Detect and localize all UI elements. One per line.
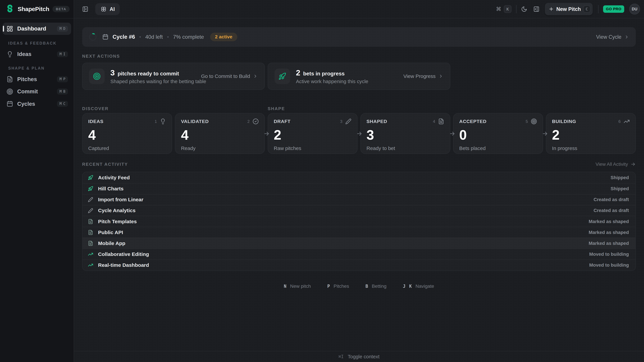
arrow-right-icon bbox=[449, 130, 456, 137]
arrow-right-icon bbox=[630, 162, 636, 167]
sidebar-item-commit[interactable]: Commit MB bbox=[2, 86, 71, 97]
discover-heading: DISCOVER bbox=[82, 106, 265, 111]
context-footer[interactable]: ⌘I Toggle context bbox=[74, 351, 644, 362]
trending-up-icon bbox=[624, 118, 630, 124]
toggle-context-label: Toggle context bbox=[348, 354, 379, 360]
k-key: K bbox=[504, 5, 512, 13]
action-title: bets in progress bbox=[303, 70, 345, 77]
action-text: 3 pitches ready to commit Shaped pitches… bbox=[110, 68, 206, 84]
file-text-icon bbox=[6, 76, 13, 82]
chevron-right-icon bbox=[253, 74, 258, 79]
activity-row[interactable]: Import from Linear Created as draft bbox=[82, 194, 636, 205]
c-key: C bbox=[583, 5, 590, 12]
ai-button[interactable]: AI bbox=[95, 3, 120, 15]
activity-row[interactable]: Real-time Dashboard Moved to building bbox=[82, 260, 636, 271]
sidebar-toggle-button[interactable] bbox=[82, 6, 88, 12]
file-text-icon bbox=[438, 118, 444, 124]
empty-cell bbox=[453, 63, 636, 90]
stage-card-shaped[interactable]: SHAPED 4 3 Ready to bet bbox=[360, 113, 450, 154]
main-area: AI ⌘ K New Pitch C bbox=[74, 0, 644, 362]
divider bbox=[598, 5, 598, 13]
arrow-right-icon bbox=[356, 130, 362, 137]
stage-card-validated[interactable]: VALIDATED 2 4 Ready bbox=[175, 113, 265, 154]
activity-row[interactable]: Activity Feed Shipped bbox=[82, 172, 636, 183]
stage-caption: In progress bbox=[552, 145, 630, 151]
hint-new-pitch: N New pitch bbox=[284, 284, 311, 289]
hint-pitches: P Pitches bbox=[327, 284, 349, 289]
shortcut-badge: MB bbox=[57, 88, 68, 94]
shortcut-badge: MD bbox=[57, 26, 68, 32]
sidebar-item-dashboard[interactable]: Dashboard MD bbox=[2, 23, 71, 35]
pipeline-group-labels: DISCOVER SHAPE bbox=[82, 106, 636, 111]
action-card-progress[interactable]: 2 bets in progress Active work happening… bbox=[268, 63, 450, 90]
go-to-commit-link[interactable]: Go to Commit to Build bbox=[201, 73, 258, 79]
app-logo bbox=[5, 4, 14, 13]
beta-badge: BETA bbox=[52, 6, 70, 12]
sidebar-item-label: Cycles bbox=[17, 101, 35, 107]
dot-separator bbox=[167, 36, 168, 37]
divider bbox=[516, 5, 516, 13]
active-indicator bbox=[3, 26, 4, 31]
go-pro-button[interactable]: GO PRO bbox=[603, 5, 624, 13]
calendar-icon bbox=[6, 100, 13, 107]
sidebar-nav: Dashboard MD IDEAS & FEEDBACK Ideas MI S… bbox=[0, 18, 74, 114]
sidebar-item-ideas[interactable]: Ideas MI bbox=[2, 48, 71, 60]
stage-card-ideas[interactable]: IDEAS 1 4 Captured bbox=[82, 113, 172, 154]
pipeline: IDEAS 1 4 Captured VALIDATED 2 4 Ready bbox=[82, 113, 636, 154]
action-subtitle: Shaped pitches waiting for the betting t… bbox=[110, 79, 206, 84]
action-subtitle: Active work happening this cycle bbox=[296, 79, 368, 84]
cycle-banner[interactable]: Cycle #6 40d left 7% complete 2 active V… bbox=[82, 27, 636, 47]
view-all-activity-link[interactable]: View All Activity bbox=[596, 162, 636, 167]
sidebar-item-cycles[interactable]: Cycles MC bbox=[2, 98, 71, 110]
stage-count: 4 bbox=[88, 128, 166, 142]
stage-card-draft[interactable]: DRAFT 3 2 Raw pitches bbox=[268, 113, 358, 154]
view-progress-link[interactable]: View Progress bbox=[403, 73, 443, 79]
cycle-days-left: 40d left bbox=[145, 34, 163, 40]
sidebar-header: ShapePitch BETA bbox=[0, 0, 74, 18]
activity-row[interactable]: Pitch Templates Marked as shaped bbox=[82, 216, 636, 227]
lightbulb-icon bbox=[6, 51, 13, 57]
activity-row[interactable]: Cycle Analytics Created as draft bbox=[82, 205, 636, 216]
lightbulb-icon bbox=[160, 118, 166, 124]
right-panel-toggle-button[interactable] bbox=[533, 6, 540, 12]
app-root: ShapePitch BETA Dashboard MD IDEAS & FEE… bbox=[0, 0, 644, 362]
shortcut-badge: MP bbox=[57, 76, 68, 82]
view-cycle-link[interactable]: View Cycle bbox=[596, 34, 629, 40]
file-text-icon bbox=[88, 241, 93, 246]
command-palette-shortcut[interactable]: ⌘ K bbox=[496, 5, 512, 13]
stage-count: 0 bbox=[459, 128, 537, 142]
stage-caption: Raw pitches bbox=[274, 145, 351, 151]
command-icon: ⌘ bbox=[496, 6, 501, 12]
stage-count: 2 bbox=[552, 128, 630, 142]
cycle-complete: 7% complete bbox=[173, 34, 204, 40]
panel-right-icon bbox=[533, 6, 540, 12]
activity-row[interactable]: Hill Charts Shipped bbox=[82, 183, 636, 194]
sidebar-item-label: Commit bbox=[17, 88, 38, 95]
dot-separator bbox=[140, 36, 141, 37]
target-icon bbox=[531, 118, 537, 124]
check-circle-icon bbox=[252, 118, 259, 124]
rocket-icon bbox=[278, 72, 286, 80]
stage-caption: Ready to bet bbox=[366, 145, 444, 151]
activity-row[interactable]: Collaborative Editing Moved to building bbox=[82, 249, 636, 259]
topbar: AI ⌘ K New Pitch C bbox=[74, 0, 644, 18]
active-count-badge: 2 active bbox=[210, 33, 237, 41]
stage-card-building[interactable]: BUILDING 6 2 In progress bbox=[546, 113, 636, 154]
new-pitch-button[interactable]: New Pitch C bbox=[545, 3, 593, 15]
action-card-commit[interactable]: 3 pitches ready to commit Shaped pitches… bbox=[82, 63, 265, 90]
target-icon bbox=[6, 88, 13, 95]
pencil-icon bbox=[345, 118, 352, 124]
hint-betting: B Betting bbox=[366, 284, 386, 289]
activity-row[interactable]: Public API Marked as shaped bbox=[82, 227, 636, 238]
sidebar-item-pitches[interactable]: Pitches MP bbox=[2, 73, 71, 85]
stage-count: 4 bbox=[181, 128, 258, 142]
sidebar-section-shape-plan: SHAPE & PLAN bbox=[8, 66, 71, 70]
stage-card-accepted[interactable]: ACCEPTED 5 0 Bets placed bbox=[453, 113, 543, 154]
avatar[interactable]: DU bbox=[629, 4, 640, 14]
theme-toggle-button[interactable] bbox=[521, 6, 527, 12]
chevron-right-icon bbox=[624, 34, 629, 39]
keyboard-hints: N New pitch P Pitches B Betting J K Navi… bbox=[82, 284, 636, 289]
activity-row[interactable]: Mobile App Marked as shaped bbox=[82, 238, 636, 249]
action-count: 3 bbox=[110, 68, 115, 77]
file-text-icon bbox=[88, 219, 93, 224]
